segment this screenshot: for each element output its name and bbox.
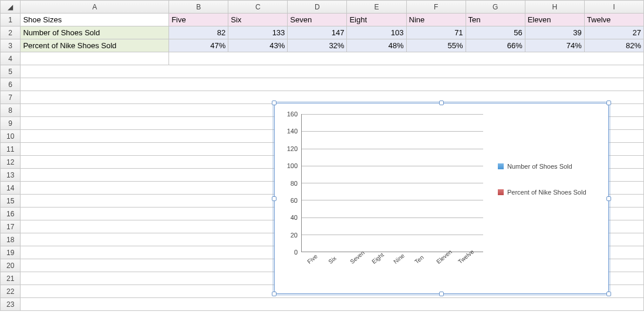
col-header-A[interactable]: A (21, 1, 169, 14)
cell[interactable] (21, 78, 644, 91)
cell-E3[interactable]: 48% (347, 39, 406, 52)
cell-G3[interactable]: 66% (466, 39, 525, 52)
cell-B3[interactable]: 47% (169, 39, 228, 52)
plot-area[interactable] (301, 114, 483, 252)
row-header-10[interactable]: 10 (1, 130, 21, 143)
cell-F3[interactable]: 55% (406, 39, 466, 52)
row-header-11[interactable]: 11 (1, 143, 21, 156)
y-tick-label: 20 (291, 232, 298, 239)
col-header-I[interactable]: I (584, 1, 643, 14)
cell-H1[interactable]: Eleven (525, 14, 584, 26)
y-tick-label: 120 (287, 145, 298, 152)
cell[interactable] (21, 65, 644, 78)
cell-A3[interactable]: Percent of Nike Shoes Sold (21, 39, 169, 52)
cell-H3[interactable]: 74% (525, 39, 584, 52)
cell-I1[interactable]: Twelve (584, 14, 643, 26)
row-header-23[interactable]: 23 (1, 298, 21, 311)
y-tick-label: 40 (291, 214, 298, 221)
y-tick-label: 60 (291, 197, 298, 204)
cell-C3[interactable]: 43% (228, 39, 288, 52)
cell-E1[interactable]: Eight (347, 14, 406, 26)
cell-A1[interactable]: Shoe Sizes (21, 14, 169, 26)
resize-handle-icon[interactable] (439, 101, 444, 105)
cell-G2[interactable]: 56 (466, 26, 525, 39)
embedded-chart[interactable]: 0 20 40 60 80 100 120 140 160 FiveSixSev… (274, 103, 609, 294)
resize-handle-icon[interactable] (272, 292, 277, 296)
cell-G1[interactable]: Ten (466, 14, 525, 26)
resize-handle-icon[interactable] (606, 196, 611, 201)
row-header-4[interactable]: 4 (1, 52, 21, 65)
row-header-2[interactable]: 2 (1, 26, 21, 39)
col-header-F[interactable]: F (406, 1, 466, 14)
cell[interactable] (21, 91, 644, 104)
chart-legend[interactable]: Number of Shoes Sold Percent of Nike Sho… (498, 162, 598, 215)
row-header-5[interactable]: 5 (1, 65, 21, 78)
cell-B1[interactable]: Five (169, 14, 228, 26)
legend-item[interactable]: Number of Shoes Sold (498, 162, 598, 170)
cell-B2[interactable]: 82 (169, 26, 228, 39)
resize-handle-icon[interactable] (606, 292, 611, 296)
y-tick-label: 140 (287, 128, 298, 135)
row-header-19[interactable]: 19 (1, 246, 21, 259)
col-header-G[interactable]: G (466, 1, 525, 14)
cell-D2[interactable]: 147 (288, 26, 347, 39)
resize-handle-icon[interactable] (439, 292, 444, 296)
cell-C1[interactable]: Six (228, 14, 288, 26)
cell-E2[interactable]: 103 (347, 26, 406, 39)
row-header-18[interactable]: 18 (1, 233, 21, 246)
legend-swatch-icon (498, 189, 504, 195)
row-header-17[interactable]: 17 (1, 220, 21, 233)
bar-series (302, 114, 483, 252)
row-header-22[interactable]: 22 (1, 285, 21, 298)
cell-F2[interactable]: 71 (406, 26, 466, 39)
cell-D1[interactable]: Seven (288, 14, 347, 26)
resize-handle-icon[interactable] (606, 101, 611, 105)
row-header-12[interactable]: 12 (1, 156, 21, 169)
row-header-13[interactable]: 13 (1, 169, 21, 182)
row-header-6[interactable]: 6 (1, 78, 21, 91)
col-header-C[interactable]: C (228, 1, 288, 14)
select-all-corner[interactable]: ◢ (1, 1, 21, 14)
legend-item[interactable]: Percent of Nike Shoes Sold (498, 188, 598, 196)
cell-A2[interactable]: Number of Shoes Sold (21, 26, 169, 39)
y-tick-label: 80 (291, 180, 298, 187)
row-header-20[interactable]: 20 (1, 259, 21, 272)
y-tick-label: 0 (294, 249, 298, 256)
cell-H2[interactable]: 39 (525, 26, 584, 39)
legend-label: Percent of Nike Shoes Sold (507, 188, 586, 196)
row-header-7[interactable]: 7 (1, 91, 21, 104)
y-tick-label: 160 (287, 111, 298, 118)
row-header-9[interactable]: 9 (1, 117, 21, 130)
y-tick-label: 100 (287, 162, 298, 169)
row-header-1[interactable]: 1 (1, 14, 21, 26)
row-header-8[interactable]: 8 (1, 104, 21, 117)
cell-D3[interactable]: 32% (288, 39, 347, 52)
cell-F1[interactable]: Nine (406, 14, 466, 26)
col-header-B[interactable]: B (169, 1, 228, 14)
cell-C2[interactable]: 133 (228, 26, 288, 39)
col-header-D[interactable]: D (288, 1, 347, 14)
row-header-16[interactable]: 16 (1, 207, 21, 220)
row-header-14[interactable]: 14 (1, 182, 21, 195)
legend-label: Number of Shoes Sold (507, 162, 572, 170)
col-header-H[interactable]: H (525, 1, 584, 14)
x-axis: FiveSixSevenEightNineTenElevenTwelve (301, 255, 483, 285)
cell[interactable] (169, 52, 644, 65)
cell-I2[interactable]: 27 (584, 26, 643, 39)
cell[interactable] (21, 52, 169, 65)
row-header-15[interactable]: 15 (1, 195, 21, 207)
cell-I3[interactable]: 82% (584, 39, 643, 52)
cell[interactable] (21, 298, 644, 311)
row-header-3[interactable]: 3 (1, 39, 21, 52)
col-header-E[interactable]: E (347, 1, 406, 14)
resize-handle-icon[interactable] (272, 101, 277, 105)
y-axis: 0 20 40 60 80 100 120 140 160 (275, 114, 299, 252)
legend-swatch-icon (498, 163, 504, 169)
row-header-21[interactable]: 21 (1, 272, 21, 285)
